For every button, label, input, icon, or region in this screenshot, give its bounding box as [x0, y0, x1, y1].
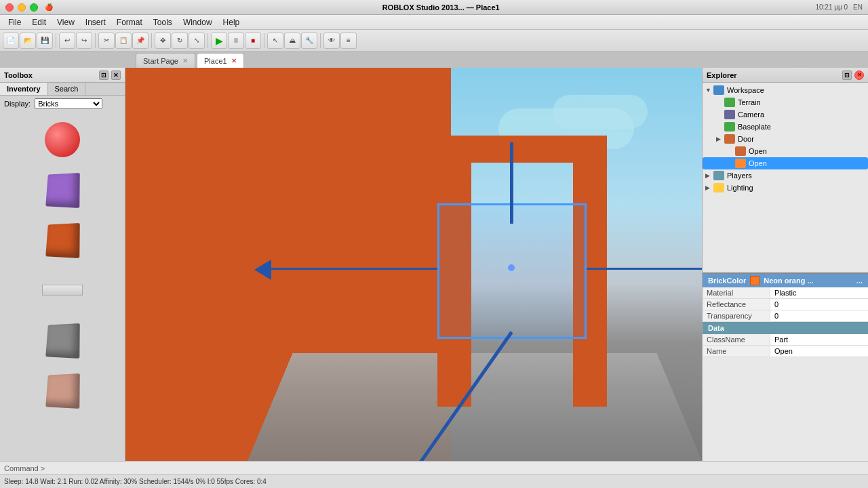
tree-item-players[interactable]: ▶ Players: [703, 169, 868, 182]
menu-file[interactable]: File: [3, 16, 26, 28]
baseplate-icon: [724, 122, 735, 131]
toolbar-plugin1[interactable]: 🔧: [301, 33, 317, 49]
tab-start-page[interactable]: Start Page ✕: [136, 53, 195, 68]
toolbar-view1[interactable]: 👁: [323, 33, 340, 49]
toolbar: 📄 📂 💾 ↩ ↪ ✂ 📋 📌 ✥ ↻ ⤡ ▶ ⏸ ■ ↖ ⛰ 🔧 👁 ≡: [0, 30, 868, 52]
toolbox-item-cube-orange[interactable]: [39, 216, 86, 264]
toolbar-more[interactable]: ≡: [340, 33, 357, 49]
toolbar-undo[interactable]: ↩: [59, 33, 75, 49]
open2-icon: [735, 159, 746, 168]
menu-insert[interactable]: Insert: [80, 16, 111, 28]
lighting-toggle[interactable]: ▶: [705, 184, 713, 191]
tab-place1[interactable]: Place1 ✕: [197, 53, 244, 68]
toolbox-items: [0, 112, 125, 461]
menu-view[interactable]: View: [52, 16, 80, 28]
menu-format[interactable]: Format: [111, 16, 148, 28]
door-label: Door: [738, 135, 754, 143]
os-language: EN: [853, 3, 863, 11]
tree-item-terrain[interactable]: Terrain: [703, 96, 868, 108]
transparency-value: 0: [770, 310, 868, 321]
toolbox-item-cube-pink[interactable]: [39, 367, 86, 414]
toolbar-copy[interactable]: 📋: [115, 33, 132, 49]
toolbox-tab-inventory[interactable]: Inventory: [0, 83, 48, 95]
tree-item-open1[interactable]: Open: [703, 145, 868, 157]
workspace-label: Workspace: [727, 86, 764, 94]
toolbox-panel: Toolbox ⊡ ✕ Inventory Search Display: Br…: [0, 68, 125, 461]
material-label: Material: [703, 287, 770, 298]
selected-object: [437, 203, 587, 339]
toolbar-cut[interactable]: ✂: [98, 33, 115, 49]
tree-item-baseplate[interactable]: Baseplate: [703, 121, 868, 133]
toolbar-pause[interactable]: ⏸: [228, 33, 244, 49]
players-label: Players: [727, 171, 752, 180]
toolbar-paste[interactable]: 📌: [132, 33, 149, 49]
toolbox-float-btn[interactable]: ⊡: [99, 70, 108, 80]
toolbar-terrain[interactable]: ⛰: [284, 33, 300, 49]
toolbar-move[interactable]: ✥: [155, 33, 171, 49]
toolbar-open[interactable]: 📂: [20, 33, 36, 49]
explorer-float-btn[interactable]: ⊡: [842, 70, 852, 80]
menu-tools[interactable]: Tools: [148, 16, 178, 28]
door-toggle[interactable]: ▶: [716, 136, 724, 142]
menu-help[interactable]: Help: [218, 16, 245, 28]
traffic-light-red[interactable]: [5, 3, 14, 12]
toolbox-item-cube-grey[interactable]: [39, 317, 86, 364]
toolbar-select[interactable]: ↖: [267, 33, 283, 49]
toolbar-scale[interactable]: ⤡: [189, 33, 205, 49]
command-input[interactable]: [47, 464, 864, 472]
menu-edit[interactable]: Edit: [26, 16, 52, 28]
tab-place1-close[interactable]: ✕: [231, 57, 237, 64]
material-value: Plastic: [770, 287, 868, 298]
explorer-panel: Explorer ⊡ ✕ ▼ Workspace Terrain: [702, 68, 868, 461]
window-title: ROBLOX Studio 2013... — Place1: [66, 3, 815, 12]
prop-row-material: Material Plastic: [703, 287, 868, 299]
toolbox-close-btn[interactable]: ✕: [111, 70, 121, 80]
workspace-toggle[interactable]: ▼: [705, 87, 713, 94]
toolbox-item-cube-purple[interactable]: [39, 166, 86, 214]
viewport[interactable]: ✕: [125, 68, 702, 461]
arrow-left-shaft: [261, 268, 437, 270]
traffic-light-yellow[interactable]: [18, 3, 26, 12]
properties-panel: BrickColor Neon orang ... ... Material P…: [703, 272, 868, 357]
tree-item-door[interactable]: ▶ Door: [703, 133, 868, 145]
workspace-icon: [713, 85, 724, 95]
tree-item-open2[interactable]: Open: [703, 157, 868, 169]
toolbar-play[interactable]: ▶: [211, 33, 227, 49]
players-toggle[interactable]: ▶: [705, 172, 713, 179]
cloud2: [553, 95, 648, 129]
camera-label: Camera: [738, 110, 764, 119]
prop-row-transparency: Transparency 0: [703, 310, 868, 322]
toolbox-item-slab[interactable]: [39, 266, 86, 314]
arrow-left-head: [254, 260, 271, 280]
toolbar-save[interactable]: 💾: [37, 33, 53, 49]
toolbar-redo[interactable]: ↪: [76, 33, 92, 49]
name-value: Open: [770, 346, 868, 357]
toolbox-item-sphere[interactable]: [39, 116, 86, 163]
toolbar-stop[interactable]: ■: [245, 33, 261, 49]
brickcolor-more[interactable]: ...: [856, 277, 863, 285]
brickcolor-header: BrickColor Neon orang ... ...: [703, 274, 868, 287]
menu-bar: File Edit View Insert Format Tools Windo…: [0, 15, 868, 30]
explorer-close-btn[interactable]: ✕: [854, 70, 864, 80]
display-select[interactable]: Bricks: [35, 98, 102, 109]
os-time: 10:21 μμ 0: [815, 3, 848, 11]
toolbox-tab-search[interactable]: Search: [48, 83, 86, 95]
camera-icon: [724, 110, 735, 119]
toolbar-new[interactable]: 📄: [3, 33, 19, 49]
tree-item-lighting[interactable]: ▶ Lighting: [703, 182, 868, 194]
scene-floor: [248, 353, 702, 461]
data-section-header: Data: [703, 322, 868, 334]
transform-center: [508, 264, 515, 271]
tree-item-camera[interactable]: Camera: [703, 108, 868, 121]
players-icon: [713, 171, 724, 180]
traffic-light-green[interactable]: [30, 3, 38, 12]
brickcolor-preview: [750, 276, 760, 285]
toolbar-rotate[interactable]: ↻: [172, 33, 188, 49]
app-icon: 🍎: [45, 3, 53, 11]
toolbar-sep1: [56, 33, 56, 48]
menu-window[interactable]: Window: [178, 16, 218, 28]
tree-item-workspace[interactable]: ▼ Workspace: [703, 84, 868, 96]
status-bar: Sleep: 14.8 Wait: 2.1 Run: 0.02 Affinity…: [0, 474, 868, 488]
tab-start-page-close[interactable]: ✕: [182, 57, 188, 64]
classname-label: ClassName: [703, 334, 770, 345]
